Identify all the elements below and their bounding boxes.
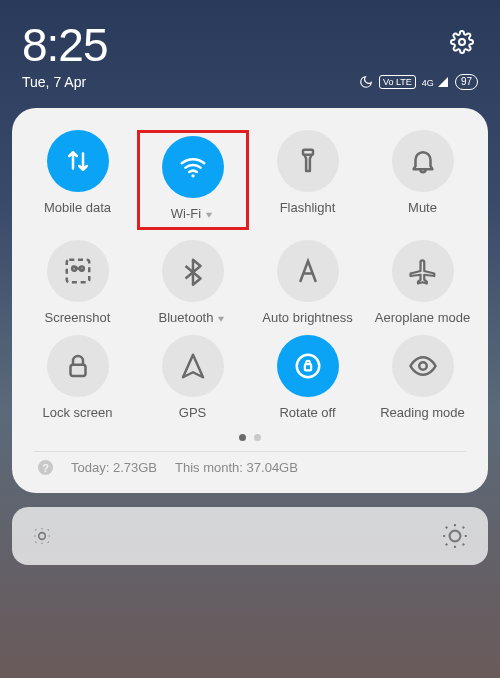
page-dot xyxy=(254,434,261,441)
lock-icon[interactable] xyxy=(47,335,109,397)
volte-badge: Vo LTE xyxy=(379,75,416,89)
expand-icon[interactable] xyxy=(216,313,226,323)
settings-button[interactable] xyxy=(450,30,474,54)
wifi-icon[interactable] xyxy=(162,136,224,198)
quick-settings-grid: Mobile dataWi-FiFlashlightMuteScreenshot… xyxy=(20,130,480,420)
tile-reading-mode[interactable]: Reading mode xyxy=(367,335,479,420)
eye-icon[interactable] xyxy=(392,335,454,397)
tile-label: Bluetooth xyxy=(159,310,227,325)
usage-month: This month: 37.04GB xyxy=(175,460,298,475)
flashlight-icon[interactable] xyxy=(277,130,339,192)
status-bar: 8:25 Tue, 7 Apr Vo LTE 4G 97 xyxy=(0,0,500,94)
tile-bluetooth[interactable]: Bluetooth xyxy=(137,240,249,325)
bluetooth-icon[interactable] xyxy=(162,240,224,302)
brightness-slider[interactable] xyxy=(12,507,488,565)
tile-label: Mute xyxy=(408,200,437,215)
tile-label: Mobile data xyxy=(44,200,111,215)
brightness-high-icon xyxy=(442,523,468,549)
data-arrows-icon[interactable] xyxy=(47,130,109,192)
tile-label: GPS xyxy=(179,405,206,420)
tile-gps[interactable]: GPS xyxy=(137,335,249,420)
divider xyxy=(34,451,466,452)
tile-label: Lock screen xyxy=(42,405,112,420)
tile-rotate-off[interactable]: Rotate off xyxy=(252,335,364,420)
tile-screenshot[interactable]: Screenshot xyxy=(22,240,134,325)
page-indicator xyxy=(20,434,480,441)
tile-label: Rotate off xyxy=(279,405,335,420)
svg-point-0 xyxy=(459,39,465,45)
tile-wi-fi[interactable]: Wi-Fi xyxy=(137,130,249,230)
tile-flashlight[interactable]: Flashlight xyxy=(252,130,364,230)
date: Tue, 7 Apr xyxy=(22,74,86,90)
tile-label: Wi-Fi xyxy=(171,206,214,221)
tile-mute[interactable]: Mute xyxy=(367,130,479,230)
bell-icon[interactable] xyxy=(392,130,454,192)
airplane-icon[interactable] xyxy=(392,240,454,302)
page-dot xyxy=(239,434,246,441)
battery-indicator: 97 xyxy=(455,74,478,90)
svg-point-1 xyxy=(39,533,46,540)
expand-icon[interactable] xyxy=(204,209,214,219)
tile-label: Auto brightness xyxy=(262,310,352,325)
tile-label: Flashlight xyxy=(280,200,336,215)
usage-today: Today: 2.73GB xyxy=(71,460,157,475)
letter-a-icon[interactable] xyxy=(277,240,339,302)
brightness-low-icon xyxy=(32,526,52,546)
tile-label: Aeroplane mode xyxy=(375,310,470,325)
screenshot-icon[interactable] xyxy=(47,240,109,302)
dnd-icon xyxy=(359,75,373,89)
clock: 8:25 xyxy=(22,18,478,72)
tile-mobile-data[interactable]: Mobile data xyxy=(22,130,134,230)
tile-label: Reading mode xyxy=(380,405,465,420)
navigation-icon[interactable] xyxy=(162,335,224,397)
quick-settings-panel: Mobile dataWi-FiFlashlightMuteScreenshot… xyxy=(12,108,488,493)
info-icon: ? xyxy=(38,460,53,475)
signal-icon: 4G xyxy=(422,76,449,88)
status-icons: Vo LTE 4G 97 xyxy=(359,74,478,90)
tile-aeroplane-mode[interactable]: Aeroplane mode xyxy=(367,240,479,325)
data-usage-row[interactable]: ? Today: 2.73GB This month: 37.04GB xyxy=(20,460,480,483)
tile-auto-brightness[interactable]: Auto brightness xyxy=(252,240,364,325)
svg-point-2 xyxy=(450,531,461,542)
rotate-lock-icon[interactable] xyxy=(277,335,339,397)
tile-label: Screenshot xyxy=(45,310,111,325)
tile-lock-screen[interactable]: Lock screen xyxy=(22,335,134,420)
